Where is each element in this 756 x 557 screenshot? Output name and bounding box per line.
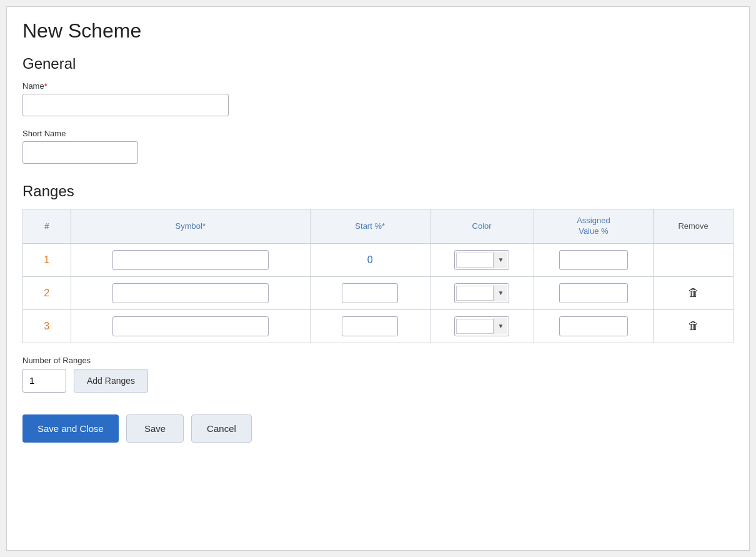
save-and-close-button[interactable]: Save and Close <box>22 414 119 443</box>
row-number-1: 1 <box>23 243 71 276</box>
row-2-color-cell: ▼ <box>430 276 534 309</box>
row-1-color-box <box>456 253 494 268</box>
row-3-color-box <box>456 319 494 334</box>
col-header-start: Start %* <box>310 209 430 244</box>
row-1-color-dropdown-btn[interactable]: ▼ <box>494 252 507 268</box>
row-3-color-cell: ▼ <box>430 309 534 343</box>
table-header-row: # Symbol* Start %* Color Assigned Value … <box>23 209 734 244</box>
short-name-label: Short Name <box>22 129 734 138</box>
row-2-color-dropdown-btn[interactable]: ▼ <box>494 285 507 301</box>
row-1-symbol-input[interactable] <box>112 250 269 270</box>
row-1-symbol-cell <box>71 243 310 276</box>
row-1-color-picker[interactable]: ▼ <box>454 250 509 270</box>
name-field-group: Name* <box>22 81 734 116</box>
name-input[interactable] <box>22 94 229 116</box>
row-2-start-cell <box>310 276 430 309</box>
general-section: General Name* Short Name <box>22 55 734 164</box>
row-1-start-cell: 0 <box>310 243 430 276</box>
row-2-color-picker[interactable]: ▼ <box>454 283 509 303</box>
table-row: 2 ▼ <box>23 276 734 309</box>
row-1-assigned-input[interactable] <box>559 250 628 270</box>
row-3-assigned-cell <box>534 309 654 343</box>
table-row: 3 ▼ <box>23 309 734 343</box>
row-1-assigned-cell <box>534 243 654 276</box>
ranges-table: # Symbol* Start %* Color Assigned Value … <box>22 209 734 343</box>
short-name-field-group: Short Name <box>22 129 734 164</box>
row-2-symbol-input[interactable] <box>112 283 269 303</box>
general-section-title: General <box>22 55 734 73</box>
ranges-section: Ranges # Symbol* Start %* Color Assigned… <box>22 183 734 343</box>
number-of-ranges-controls: Add Ranges <box>22 369 734 393</box>
col-header-color: Color <box>430 209 534 244</box>
row-3-color-picker[interactable]: ▼ <box>454 316 509 336</box>
row-2-assigned-input[interactable] <box>559 283 628 303</box>
row-3-assigned-input[interactable] <box>559 316 628 336</box>
row-2-symbol-cell <box>71 276 310 309</box>
row-number-3: 3 <box>23 309 71 343</box>
save-button[interactable]: Save <box>126 414 184 443</box>
footer-buttons: Save and Close Save Cancel <box>22 408 734 443</box>
number-of-ranges-section: Number of Ranges Add Ranges <box>22 356 734 393</box>
ranges-section-title: Ranges <box>22 183 734 200</box>
col-header-remove: Remove <box>654 209 734 244</box>
col-header-assigned: Assigned Value % <box>534 209 654 244</box>
row-1-start-fixed: 0 <box>367 254 373 265</box>
row-3-start-cell <box>310 309 430 343</box>
col-header-symbol: Symbol* <box>71 209 310 244</box>
cancel-button[interactable]: Cancel <box>191 414 252 443</box>
number-of-ranges-label: Number of Ranges <box>22 356 734 365</box>
row-3-remove-cell: 🗑 <box>654 309 734 343</box>
table-row: 1 0 ▼ <box>23 243 734 276</box>
row-3-remove-icon[interactable]: 🗑 <box>688 319 699 333</box>
row-3-color-dropdown-btn[interactable]: ▼ <box>494 318 507 334</box>
short-name-input[interactable] <box>22 141 138 164</box>
row-1-color-cell: ▼ <box>430 243 534 276</box>
name-label: Name* <box>22 81 734 91</box>
row-number-2: 2 <box>23 276 71 309</box>
row-3-symbol-cell <box>71 309 310 343</box>
page-title: New Scheme <box>22 19 734 43</box>
page-container: New Scheme General Name* Short Name Rang… <box>6 6 750 551</box>
row-2-remove-cell: 🗑 <box>654 276 734 309</box>
row-3-symbol-input[interactable] <box>112 316 269 336</box>
row-2-remove-icon[interactable]: 🗑 <box>688 286 699 299</box>
row-2-color-box <box>456 286 494 301</box>
range-count-input[interactable] <box>22 369 66 393</box>
col-header-hash: # <box>23 209 71 244</box>
row-3-start-input[interactable] <box>342 316 398 336</box>
row-2-assigned-cell <box>534 276 654 309</box>
add-ranges-button[interactable]: Add Ranges <box>74 369 148 393</box>
row-2-start-input[interactable] <box>342 283 398 303</box>
row-1-remove-cell <box>654 243 734 276</box>
